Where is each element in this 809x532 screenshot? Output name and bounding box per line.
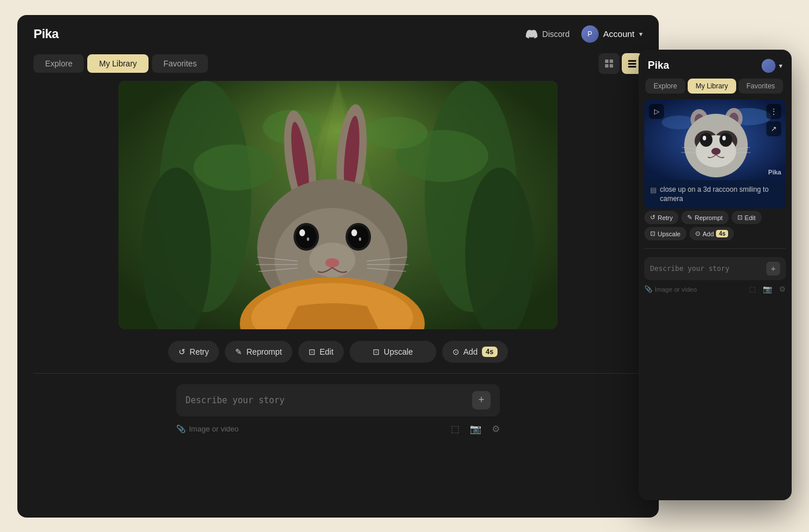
- small-retry-icon: ↺: [650, 214, 655, 221]
- prompt-input-container: +: [176, 384, 500, 416]
- svg-point-27: [296, 225, 317, 248]
- svg-point-34: [325, 258, 339, 267]
- raccoon-card[interactable]: ▷ ⋮ ↗ Pika ▤ close up on a 3d raccoon sm…: [644, 99, 786, 209]
- prompt-input[interactable]: [185, 395, 472, 405]
- account-label: Account: [603, 29, 634, 39]
- paperclip-icon: 📎: [176, 425, 185, 433]
- svg-rect-1: [610, 59, 613, 63]
- crop-icon-button[interactable]: ⬚: [451, 423, 459, 434]
- edit-button[interactable]: ⊡ Edit: [298, 341, 344, 363]
- account-button[interactable]: P Account ▾: [581, 25, 643, 43]
- retry-icon: ↺: [179, 347, 185, 356]
- svg-point-30: [351, 229, 357, 236]
- video-container[interactable]: [118, 81, 558, 329]
- small-prompt-input-container: +: [644, 257, 786, 280]
- chevron-down-icon: ▾: [639, 30, 643, 38]
- image-video-button[interactable]: 📎 Image or video: [176, 425, 239, 433]
- upscale-button[interactable]: ⊡ Upscale: [350, 341, 436, 363]
- small-app-logo: Pika: [648, 59, 669, 72]
- toolbar-icons: ⬚ 📷 ⚙: [451, 423, 500, 434]
- small-tab-my-library[interactable]: My Library: [688, 79, 736, 94]
- small-prompt-area: + 📎 Image or video ⬚ 📷 ⚙: [639, 252, 792, 500]
- svg-point-32: [359, 237, 361, 241]
- small-upscale-button[interactable]: ⊡ Upscale: [644, 227, 686, 240]
- settings-icon-button[interactable]: ⚙: [492, 423, 500, 434]
- upscale-icon: ⊡: [373, 347, 380, 356]
- small-window: Pika ▾ Explore My Library Favorites: [639, 50, 792, 500]
- svg-rect-4: [628, 60, 636, 62]
- small-toolbar-icons: ⬚ 📷 ⚙: [749, 285, 786, 293]
- raccoon-thumbnail: ▷ ⋮ ↗ Pika: [644, 99, 786, 180]
- svg-point-57: [722, 136, 726, 140]
- small-tabs: Explore My Library Favorites: [639, 79, 792, 99]
- rabbit-scene: [118, 81, 558, 329]
- add-icon: ⊙: [452, 347, 459, 356]
- prompt-area: + 📎 Image or video ⬚ 📷 ⚙: [34, 384, 643, 434]
- svg-point-29: [299, 229, 305, 236]
- svg-rect-2: [605, 64, 608, 68]
- header: Pika Discord P Account ▾: [17, 15, 659, 53]
- reprompt-button[interactable]: ✎ Reprompt: [225, 341, 292, 363]
- small-crop-icon-button[interactable]: ⬚: [749, 285, 756, 293]
- small-prompt-toolbar: 📎 Image or video ⬚ 📷 ⚙: [644, 285, 786, 293]
- svg-point-15: [194, 144, 274, 191]
- prompt-toolbar: 📎 Image or video ⬚ 📷 ⚙: [176, 423, 500, 434]
- svg-point-18: [364, 117, 428, 149]
- reprompt-icon: ✎: [235, 347, 242, 356]
- add-duration-badge: 4s: [482, 347, 498, 357]
- svg-point-28: [348, 225, 369, 248]
- avatar: P: [581, 25, 599, 43]
- camera-icon-button[interactable]: 📷: [470, 423, 481, 434]
- list-icon: [628, 59, 637, 68]
- discord-button[interactable]: Discord: [526, 28, 569, 40]
- small-add-button[interactable]: ⊙ Add 4s: [689, 227, 734, 240]
- small-tab-favorites[interactable]: Favorites: [739, 79, 783, 94]
- action-buttons: ↺ Retry ✎ Reprompt ⊡ Edit ⊡ Upscale ⊙: [168, 341, 508, 363]
- small-prompt-plus-button[interactable]: +: [766, 262, 780, 276]
- small-edit-icon: ⊡: [737, 214, 743, 221]
- tab-my-library[interactable]: My Library: [87, 54, 148, 73]
- edit-icon: ⊡: [309, 347, 316, 356]
- tabs: Explore My Library Favorites: [34, 54, 208, 73]
- small-prompt-input[interactable]: [650, 265, 766, 273]
- svg-point-31: [307, 237, 309, 241]
- svg-rect-3: [610, 64, 613, 68]
- small-action-buttons: ↺ Retry ✎ Reprompt ⊡ Edit ⊡ Upscale ⊙ Ad…: [639, 209, 792, 245]
- card-pika-label: Pika: [768, 169, 781, 176]
- small-header-right: ▾: [762, 59, 782, 73]
- small-divider: [644, 248, 786, 249]
- app-logo: Pika: [34, 27, 58, 42]
- svg-point-58: [711, 148, 721, 155]
- small-retry-button[interactable]: ↺ Retry: [644, 211, 678, 224]
- discord-label: Discord: [542, 29, 569, 39]
- retry-button[interactable]: ↺ Retry: [168, 341, 219, 363]
- card-top-icons: ▷ ⋮ ↗: [649, 104, 781, 136]
- tab-favorites[interactable]: Favorites: [152, 54, 209, 73]
- grid-view-button[interactable]: [599, 53, 619, 74]
- caption-clip-icon: ▤: [650, 186, 656, 194]
- small-chevron-icon: ▾: [779, 62, 782, 70]
- small-reprompt-button[interactable]: ✎ Reprompt: [681, 211, 728, 224]
- card-play-icon[interactable]: ▷: [649, 104, 664, 119]
- small-header: Pika ▾: [639, 50, 792, 79]
- small-reprompt-icon: ✎: [687, 214, 692, 221]
- grid-icon: [604, 59, 614, 68]
- card-more-button[interactable]: ⋮: [766, 104, 781, 119]
- small-camera-icon-button[interactable]: 📷: [763, 285, 772, 293]
- rabbit-illustration: [118, 81, 558, 329]
- main-window: Pika Discord P Account ▾ Explore: [17, 15, 659, 518]
- tab-explore[interactable]: Explore: [34, 54, 84, 73]
- svg-rect-6: [628, 66, 636, 68]
- small-settings-icon-button[interactable]: ⚙: [779, 285, 786, 293]
- add-button[interactable]: ⊙ Add 4s: [442, 341, 508, 363]
- view-toggle: [599, 53, 643, 74]
- small-image-video-button[interactable]: 📎 Image or video: [644, 285, 697, 293]
- small-edit-button[interactable]: ⊡ Edit: [732, 211, 762, 224]
- svg-rect-5: [628, 63, 636, 65]
- small-avatar: [762, 59, 775, 73]
- caption-text: close up on a 3d raccoon smiling to came…: [660, 185, 780, 204]
- header-right: Discord P Account ▾: [526, 25, 643, 43]
- card-share-button[interactable]: ↗: [766, 121, 781, 136]
- prompt-plus-button[interactable]: +: [472, 391, 491, 410]
- small-tab-explore[interactable]: Explore: [645, 79, 685, 94]
